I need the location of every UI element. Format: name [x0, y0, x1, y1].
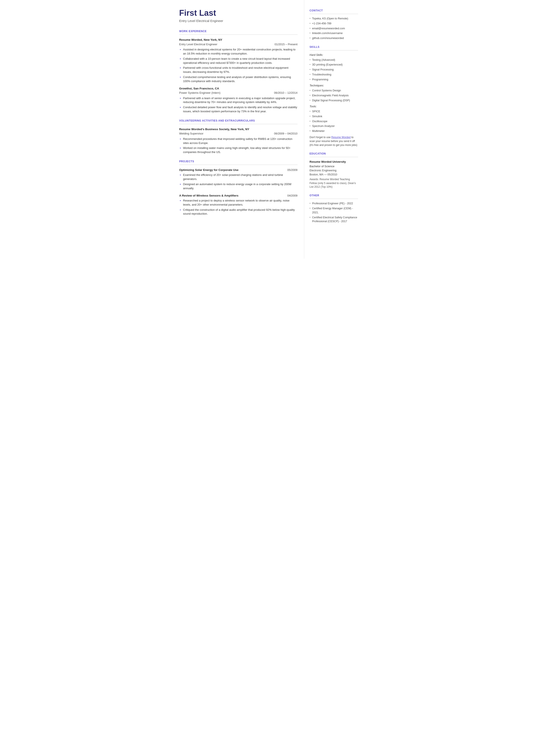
project-2-date: 04/2009 [287, 193, 297, 198]
project-1-title: Optimizing Solar Energy for Corporate Us… [179, 168, 239, 172]
list-item: Professional Engineer (PE) - 2022 [310, 202, 358, 206]
hard-skills-list: Testing (Advanced) 3D printing (Experien… [310, 58, 358, 82]
contact-divider [310, 14, 358, 14]
list-item: Recommended procedures that improved wel… [183, 137, 297, 145]
list-item: Designed an automated system to reduce e… [183, 182, 297, 190]
contact-item-linkedin: linkedin.com/in/username [310, 31, 358, 35]
job-2-header: Growthsi, San Francisco, CA Power System… [179, 86, 297, 95]
tools-label: Tools: [310, 104, 358, 109]
list-item: Troubleshooting [310, 72, 358, 77]
job-1-bullets: Assisted in designing electrical systems… [183, 48, 297, 83]
resume-page: First Last Entry Level Electrical Engine… [171, 0, 365, 259]
list-item: Conducted detailed power flow and fault … [183, 105, 297, 114]
other-divider [310, 199, 358, 199]
vol-1-company: Resume Worded's Business Society, New Yo… [179, 127, 297, 131]
candidate-name: First Last [179, 9, 297, 18]
list-item: Worked on installing water mains using h… [183, 146, 297, 154]
list-item: Oscilloscope [310, 119, 358, 124]
edu-location: Boston, MA — 05/2010 [310, 173, 358, 177]
edu-awards: Awards: Resume Worded Teaching Fellow (o… [310, 178, 358, 189]
vol-1-bullets: Recommended procedures that improved wel… [183, 137, 297, 154]
list-item: Programming [310, 78, 358, 82]
list-item: Testing (Advanced) [310, 58, 358, 62]
hard-skills-label: Hard Skills: [310, 53, 358, 57]
vol-1-date: 06/2009 – 04/2010 [274, 131, 297, 136]
list-item: Electromagnetic Field Analysis [310, 94, 358, 98]
list-item: Simulink [310, 114, 358, 119]
vol-1-role: Welding Supervisor [179, 131, 203, 136]
skills-section: SKILLS Hard Skills: Testing (Advanced) 3… [310, 45, 358, 147]
contact-item-email: email@resumeworded.com [310, 26, 358, 31]
techniques-list: Control Systems Design Electromagnetic F… [310, 89, 358, 102]
job-1-company: Resume Worded, New York, NY [179, 38, 297, 42]
project-1-header: Optimizing Solar Energy for Corporate Us… [179, 168, 297, 172]
edu-degree: Bachelor of Science [310, 164, 358, 169]
contact-item-phone: +1-234-456-789 [310, 21, 358, 26]
right-column: CONTACT Topeka, KS (Open to Remote) +1-2… [304, 0, 365, 259]
project-2-title: A Review of Wireless Sensors & Amplifier… [179, 193, 239, 198]
project-1-date: 05/2009 [287, 168, 297, 172]
scan-note: Don't forget to use Resume Worded to sca… [310, 135, 358, 147]
contact-item-github: github.com/resumeworded [310, 36, 358, 40]
job-1-header: Resume Worded, New York, NY Entry Level … [179, 38, 297, 46]
volunteering-heading: VOLUNTEERING ACTIVITIES AND EXTRACURRICU… [179, 119, 297, 123]
list-item: Critiqued the construction of a digital … [183, 208, 297, 216]
list-item: Partnered with a team of senior engineer… [183, 96, 297, 104]
list-item: Examined the efficiency of 20+ solar-pow… [183, 173, 297, 181]
list-item: Conducted comprehensive testing and anal… [183, 75, 297, 83]
work-experience-heading: WORK EXPERIENCE [179, 29, 297, 33]
job-2-date: 06/2010 – 12/2014 [274, 91, 297, 95]
edu-school: Resume Worded University [310, 160, 358, 164]
list-item: Researched a project to deploy a wireles… [183, 199, 297, 207]
list-item: Control Systems Design [310, 89, 358, 93]
list-item: Assisted in designing electrical systems… [183, 48, 297, 56]
list-item: 3D printing (Experienced) [310, 63, 358, 67]
projects-heading: PROJECTS [179, 159, 297, 163]
list-item: SPICE [310, 109, 358, 114]
other-heading: OTHER [310, 193, 358, 197]
job-2-role-line: Power Systems Engineer (Intern) 06/2010 … [179, 91, 297, 95]
list-item: Multimeter [310, 129, 358, 133]
job-1-role: Entry Level Electrical Engineer [179, 42, 217, 46]
list-item: Collaborated with a 10-person team to cr… [183, 57, 297, 65]
list-item: Certified Electrical Safety Compliance P… [310, 215, 358, 224]
other-list: Professional Engineer (PE) - 2022 Certif… [310, 202, 358, 223]
job-2-bullets: Partnered with a team of senior engineer… [183, 96, 297, 114]
list-item: Digital Signal Processing (DSP) [310, 98, 358, 102]
left-column: First Last Entry Level Electrical Engine… [171, 0, 304, 259]
education-heading: EDUCATION [310, 152, 358, 155]
project-1-bullets: Examined the efficiency of 20+ solar-pow… [183, 173, 297, 190]
volunteering-divider [179, 124, 297, 124]
project-2-bullets: Researched a project to deploy a wireles… [183, 199, 297, 216]
list-item: Spectrum Analyzer [310, 124, 358, 128]
job-1-role-line: Entry Level Electrical Engineer 01/2015 … [179, 42, 297, 46]
techniques-label: Techniques: [310, 84, 358, 88]
job-2-company: Growthsi, San Francisco, CA [179, 86, 297, 91]
resume-worded-link[interactable]: Resume Worded [331, 136, 351, 139]
other-section: OTHER Professional Engineer (PE) - 2022 … [310, 193, 358, 223]
job-2-role: Power Systems Engineer (Intern) [179, 91, 220, 95]
candidate-title: Entry Level Electrical Engineer [179, 18, 297, 23]
job-1-date: 01/2015 – Present [274, 42, 297, 46]
vol-1-role-line: Welding Supervisor 06/2009 – 04/2010 [179, 131, 297, 136]
skills-divider [310, 50, 358, 50]
education-section: EDUCATION Resume Worded University Bache… [310, 152, 358, 189]
contact-heading: CONTACT [310, 9, 358, 13]
vol-1-header: Resume Worded's Business Society, New Yo… [179, 127, 297, 136]
tools-list: SPICE Simulink Oscilloscope Spectrum Ana… [310, 109, 358, 133]
list-item: Signal Processing [310, 68, 358, 72]
scan-note-prefix: Don't forget to use [310, 136, 331, 139]
project-2-header: A Review of Wireless Sensors & Amplifier… [179, 193, 297, 198]
list-item: Partnered with cross-functional units to… [183, 66, 297, 74]
edu-field: Electronic Engineering [310, 169, 358, 173]
list-item: Certified Energy Manager (CEM) - 2021. [310, 207, 358, 215]
skills-heading: SKILLS [310, 45, 358, 49]
contact-list: Topeka, KS (Open to Remote) +1-234-456-7… [310, 16, 358, 40]
contact-item-location: Topeka, KS (Open to Remote) [310, 16, 358, 21]
education-divider [310, 157, 358, 157]
